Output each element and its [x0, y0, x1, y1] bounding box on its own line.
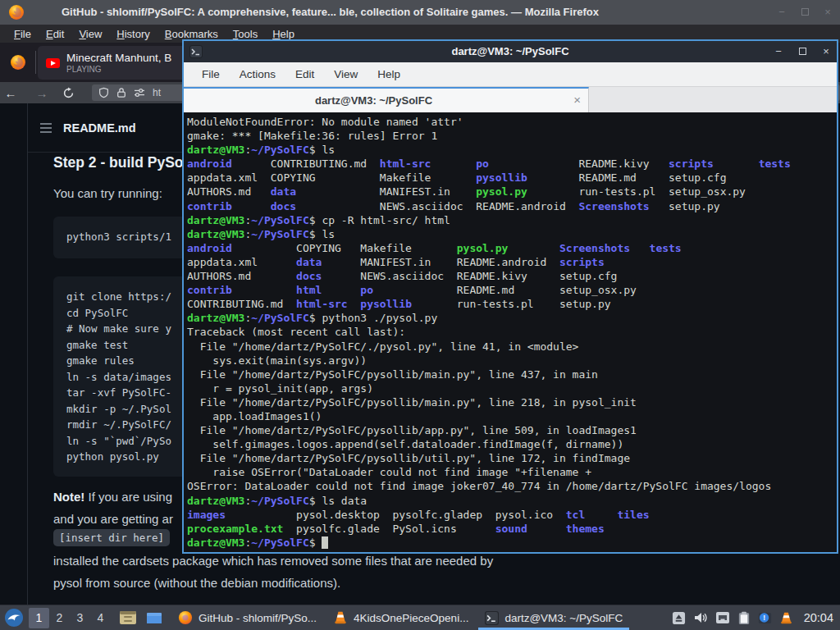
back-button[interactable]: ←	[0, 86, 21, 100]
terminal-text-segment	[232, 284, 296, 296]
terminal-tab[interactable]: dartz@VM3: ~/PySolFC ×	[184, 87, 589, 112]
clock[interactable]: 20:04	[804, 611, 833, 624]
terminal-text-segment: contrib	[187, 200, 232, 212]
terminal-window-controls: − ×	[773, 41, 832, 62]
forward-button[interactable]: →	[31, 86, 52, 100]
terminal-text-segment: po	[360, 284, 373, 296]
firefox-pinned-tab-icon[interactable]	[10, 54, 26, 71]
terminal-minimize-button[interactable]: −	[773, 46, 784, 57]
terminal-text-segment: ~/PySolFC	[251, 214, 308, 226]
readme-section-heading: Step 2 - build PySol.	[53, 154, 191, 171]
terminal-menu-actions[interactable]: Actions	[230, 68, 285, 80]
firefox-menu-bookmarks[interactable]: Bookmarks	[158, 28, 226, 40]
terminal-text-segment: ~/PySolFC	[251, 536, 308, 549]
firefox-menu-help[interactable]: Help	[265, 28, 302, 40]
start-menu-button[interactable]	[4, 608, 24, 628]
file-manager-icon[interactable]	[119, 609, 137, 626]
list-icon[interactable]	[39, 122, 52, 134]
terminal-text-segment: po	[476, 158, 489, 170]
terminal-text-segment: pysollib	[360, 298, 412, 310]
terminal-text-segment: sound	[495, 523, 527, 535]
terminal-text-segment: $ cp -R html-src/ html	[309, 214, 450, 226]
network-icon[interactable]	[715, 611, 730, 624]
terminal-text-segment: self.gimages.logos.append(self.dataloade…	[187, 438, 623, 450]
desktop-pager-icon[interactable]	[145, 610, 163, 625]
readme-filename[interactable]: README.md	[63, 121, 136, 135]
terminal-menu-edit[interactable]: Edit	[285, 68, 324, 80]
terminal-text-segment: run-tests.pl setup_osx.py	[527, 185, 746, 198]
terminal-text-segment: Screenshots	[559, 242, 630, 254]
taskbar: 1234 GitHub - shlomif/PySo... 4KidsOnePi…	[0, 605, 840, 630]
inline-code-pill: [insert dir here]	[53, 529, 170, 546]
terminal-output[interactable]: ModuleNotFoundError: No module named 'at…	[184, 112, 837, 552]
terminal-menu-help[interactable]: Help	[368, 68, 410, 80]
task-button-firefox[interactable]: GitHub - shlomif/PySo...	[170, 605, 325, 630]
firefox-logo-icon	[8, 4, 25, 21]
workspace-button-3[interactable]: 3	[70, 608, 90, 628]
vlc-tray-icon[interactable]	[779, 611, 793, 625]
terminal-line: dartz@VM3:~/PySolFC$	[187, 536, 837, 550]
url-text[interactable]: ht	[153, 87, 161, 98]
volume-icon[interactable]	[693, 611, 708, 624]
terminal-line: ModuleNotFoundError: No module named 'at…	[187, 115, 837, 129]
terminal-line: Traceback (most recent call last):	[187, 325, 837, 339]
eject-removable-media-icon[interactable]	[672, 611, 686, 625]
terminal-text-segment: README.md setup_osx.py	[373, 284, 637, 296]
terminal-text-segment: CONTRIBUTING.md	[232, 158, 380, 170]
notification-icon[interactable]: !	[758, 611, 772, 625]
terminal-text-segment: README.kivy	[489, 158, 669, 170]
task-button-terminal[interactable]: dartz@VM3: ~/PySolFC	[477, 605, 631, 630]
terminal-line: self.gimages.logos.append(self.dataloade…	[187, 437, 837, 451]
terminal-text-segment	[714, 158, 759, 170]
terminal-line: File "/home/dartz/PySolFC/pysollib/main.…	[187, 395, 837, 409]
note-line-1: Note! If you are using	[53, 490, 172, 504]
terminal-maximize-button[interactable]	[797, 46, 808, 57]
firefox-menu-view[interactable]: View	[71, 28, 109, 40]
terminal-line: appdata.xml COPYING Makefile pysollib RE…	[187, 171, 837, 185]
terminal-line: File "/home/dartz/PySolFC/pysollib/util.…	[187, 451, 837, 465]
terminal-text-segment: tests	[759, 158, 791, 170]
workspace-button-2[interactable]: 2	[49, 608, 70, 628]
browser-tab-minecraft[interactable]: Minecraft Manhunt, B PLAYING	[38, 46, 202, 80]
terminal-menu-view[interactable]: View	[324, 68, 368, 80]
workspace-button-4[interactable]: 4	[90, 608, 111, 628]
terminal-text-segment: themes	[566, 523, 605, 535]
system-tray: ! 20:04	[672, 611, 840, 625]
firefox-menu-history[interactable]: History	[109, 28, 157, 40]
lock-icon[interactable]	[116, 87, 126, 98]
youtube-favicon	[46, 58, 60, 68]
terminal-line: OSError: DataLoader could not find image…	[187, 479, 837, 493]
firefox-close-button[interactable]: ×	[822, 7, 833, 18]
firefox-menu-tools[interactable]: Tools	[226, 28, 265, 40]
permissions-sliders-icon[interactable]	[134, 88, 145, 98]
terminal-text-segment: CONTRIBUTING.md	[187, 298, 296, 310]
firefox-maximize-button[interactable]	[799, 7, 810, 18]
firefox-menu-file[interactable]: File	[7, 28, 39, 40]
firefox-menu-edit[interactable]: Edit	[39, 28, 71, 40]
terminal-tabbar: dartz@VM3: ~/PySolFC ×	[184, 87, 837, 112]
terminal-text-segment: File "/home/dartz/PySolFC/./pysol.py", l…	[187, 340, 578, 353]
task-button-vlc[interactable]: 4KidsOnePieceOpeni...	[325, 605, 477, 630]
terminal-close-button[interactable]: ×	[820, 46, 832, 57]
workspace-button-1[interactable]: 1	[29, 608, 49, 628]
terminal-text-segment: scripts	[559, 256, 605, 268]
clipboard-icon[interactable]	[737, 611, 751, 625]
tab-title: Minecraft Manhunt, B	[66, 52, 171, 64]
accelerator: H	[272, 28, 280, 40]
shield-icon[interactable]	[98, 87, 109, 98]
reload-button[interactable]	[62, 87, 84, 99]
terminal-text-segment	[431, 158, 476, 170]
task-label: dartz@VM3: ~/PySolFC	[504, 612, 623, 624]
firefox-minimize-button[interactable]: −	[776, 7, 788, 18]
firefox-titlebar[interactable]: GitHub - shlomif/PySolFC: A comprehensiv…	[0, 0, 840, 25]
terminal-titlebar[interactable]: dartz@VM3: ~/PySolFC − ×	[184, 41, 837, 62]
terminal-menu-file[interactable]: File	[192, 68, 230, 80]
terminal-text-segment: AUTHORS.md	[187, 185, 271, 198]
terminal-tab-close-icon[interactable]: ×	[573, 93, 581, 107]
terminal-text-segment: dartz@VM3	[187, 536, 244, 549]
terminal-text-segment: MANIFEST.in	[296, 185, 476, 198]
accelerator: F	[14, 28, 21, 40]
terminal-text-segment: dartz@VM3	[187, 312, 244, 324]
terminal-window: dartz@VM3: ~/PySolFC − × FileActionsEdit…	[182, 39, 838, 554]
terminal-text-segment: Screenshots	[578, 200, 649, 212]
